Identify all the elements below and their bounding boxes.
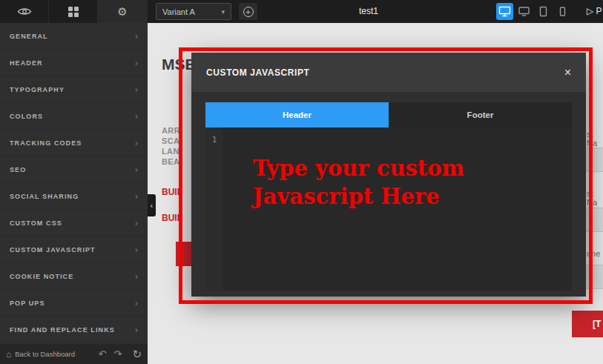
chevron-right-icon: › [135,271,138,282]
form-last-name-label-fragment: st Na [587,189,603,207]
form-submit-button[interactable]: [T [572,311,603,337]
chevron-right-icon: › [135,244,138,255]
refresh-button[interactable]: ↻ [132,348,142,361]
sidebar-item-label: SOCIAL SHARING [10,193,79,200]
sidebar-item-label: TRACKING CODES [10,139,82,147]
sidebar-item-general[interactable]: GENERAL › [0,23,148,50]
desktop-icon [498,6,511,17]
sidebar-item-colors[interactable]: COLORS › [0,103,148,130]
sidebar-item-cookie-notice[interactable]: COOKIE NOTICE › [0,263,148,290]
chevron-right-icon: › [135,57,138,68]
sidebar-item-seo[interactable]: SEO › [0,156,148,183]
sidebar-item-label: CUSTOM JAVASCRIPT [10,246,96,254]
sidebar-collapse-handle[interactable]: ‹ [148,194,156,216]
device-monitor-button[interactable] [515,3,533,20]
chevron-right-icon: › [135,30,138,42]
tagline-line: ARR [162,125,180,136]
home-icon: ⌂ [6,349,11,360]
eye-icon [17,7,32,16]
canvas-red-text-fragment: BUIL [162,187,182,197]
variant-select[interactable]: Variant A ▾ [156,3,231,20]
sidebar-item-label: COOKIE NOTICE [10,273,73,280]
chevron-right-icon: › [135,324,138,335]
page-title: test1 [341,0,396,23]
chevron-right-icon: › [135,84,138,95]
device-desktop-button[interactable] [496,3,513,20]
chevron-right-icon: › [135,137,138,148]
sidebar-item-label: CUSTOM CSS [10,219,62,227]
chevron-right-icon: › [135,191,138,202]
sidebar-item-label: POP UPS [10,300,45,307]
monitor-icon [518,6,530,17]
sidebar-item-label: SEO [10,166,26,173]
editor-line-number: 1 [205,128,223,291]
plus-icon: + [243,7,254,17]
sidebar-item-social-sharing[interactable]: SOCIAL SHARING › [0,183,148,210]
editor-code-area[interactable] [223,128,572,291]
gear-icon: ⚙ [117,5,127,19]
settings-gear-button[interactable]: ⚙ [98,0,148,23]
canvas-red-text-fragment: BUIL [162,213,182,223]
chevron-right-icon: › [135,297,138,308]
back-to-dashboard-link[interactable]: Back to Dashboard [15,350,75,358]
javascript-code-editor[interactable]: 1 [205,128,572,291]
sidebar-item-custom-javascript[interactable]: CUSTOM JAVASCRIPT › [0,236,148,263]
sidebar-item-typography[interactable]: TYPOGRAPHY › [0,76,148,103]
publish-preview-button[interactable]: ▷ P [587,0,602,23]
mobile-icon [556,6,569,17]
sidebar-item-find-and-replace-links[interactable]: FIND AND REPLACE LINKS › [0,317,148,343]
sidebar-item-custom-css[interactable]: CUSTOM CSS › [0,210,148,236]
form-phone-label-fragment: one [587,249,600,258]
collapse-left-icon: ‹ [151,202,153,210]
modal-title: CUSTOM JAVASCRIPT [206,67,310,78]
preview-eye-button[interactable] [0,0,49,23]
tab-header[interactable]: Header [205,102,389,128]
widgets-grid-button[interactable] [49,0,98,23]
modal-header: CUSTOM JAVASCRIPT × [191,53,586,92]
undo-button[interactable]: ↶ [99,348,107,360]
topbar: ⚙ Variant A ▾ + test1 ▷ P [0,0,603,23]
tablet-icon [537,6,550,17]
page-canvas: MSB ARR SCA LAN BEA BUIL BUIL st Na st N… [148,23,603,364]
sidebar-item-label: TYPOGRAPHY [10,86,65,93]
sidebar-item-label: FIND AND REPLACE LINKS [10,326,115,334]
chevron-right-icon: › [135,164,138,175]
device-preview-switcher [496,3,571,20]
grid-icon [68,7,79,17]
add-variant-button[interactable]: + [239,3,257,20]
canvas-red-button-fragment[interactable] [176,242,191,266]
form-first-name-input[interactable] [585,148,603,172]
modal-tabs: Header Footer [205,102,572,128]
device-tablet-button[interactable] [535,3,552,20]
form-first-name-label-fragment: st Na [587,130,603,148]
chevron-right-icon: › [135,217,138,228]
sidebar-item-label: GENERAL [10,33,48,40]
custom-javascript-modal: CUSTOM JAVASCRIPT × Header Footer 1 [191,53,586,297]
chevron-right-icon: › [135,110,138,122]
sidebar-item-pop-ups[interactable]: POP UPS › [0,290,148,317]
canvas-tagline-fragment: ARR SCA LAN BEA [162,125,180,167]
settings-sidebar: GENERAL › HEADER › TYPOGRAPHY › COLORS ›… [0,23,148,343]
sidebar-item-tracking-codes[interactable]: TRACKING CODES › [0,130,148,156]
close-icon[interactable]: × [564,67,571,79]
form-phone-input[interactable] [585,265,603,289]
chevron-down-icon: ▾ [221,8,225,16]
redo-button[interactable]: ↷ [114,348,122,360]
form-last-name-input[interactable] [585,208,603,232]
sidebar-footer: ⌂ Back to Dashboard ↶ ↷ ↻ [0,343,148,364]
sidebar-item-header[interactable]: HEADER › [0,50,148,76]
tab-footer[interactable]: Footer [389,102,572,128]
sidebar-item-label: HEADER [10,59,43,67]
tagline-line: SCA [162,136,180,146]
tagline-line: BEA [162,156,180,167]
tagline-line: LAN [162,146,180,156]
variant-label: Variant A [162,7,195,16]
device-mobile-button[interactable] [554,3,571,20]
sidebar-item-label: COLORS [10,113,43,120]
